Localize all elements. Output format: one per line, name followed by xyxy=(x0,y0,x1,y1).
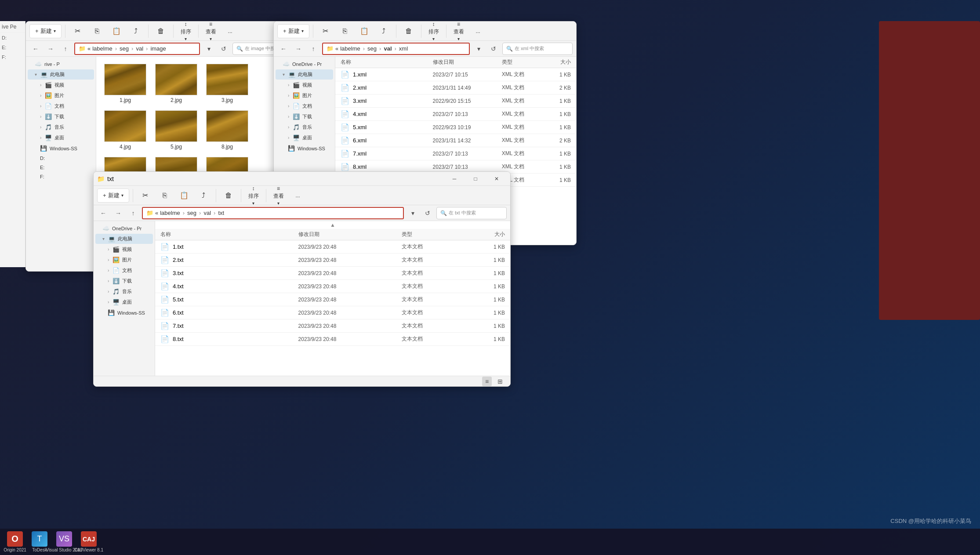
more-btn-xml[interactable]: ... xyxy=(469,26,487,36)
taskbar-icon-caj[interactable]: CAJ CAJViewer 8.1 xyxy=(78,531,99,552)
maximize-btn-txt[interactable]: □ xyxy=(465,172,486,186)
table-row[interactable]: 📄 6.xml 2023/1/31 14:32 XML 文档 2 KB xyxy=(335,134,576,147)
sidebar-item-winss-image[interactable]: 💾 Windows-SS xyxy=(28,143,94,153)
copy-btn-txt[interactable]: ⎘ xyxy=(156,190,174,201)
sidebar-item-doc-image[interactable]: › 📄 文档 xyxy=(28,101,94,111)
sidebar-item-dl-xml[interactable]: › ⬇️ 下载 xyxy=(276,112,333,122)
table-row[interactable]: 📄 8.txt 2023/9/23 20:48 文本文档 1 KB xyxy=(155,333,510,346)
sidebar-item-desktop-xml[interactable]: › 🖥️ 桌面 xyxy=(276,133,333,143)
sidebar-item-video-image[interactable]: › 🎬 视频 xyxy=(28,80,94,90)
table-row[interactable]: 📄 7.txt 2023/9/23 20:48 文本文档 1 KB xyxy=(155,319,510,333)
list-item[interactable]: 1.jpg xyxy=(103,64,147,103)
xml-col-date[interactable]: 修改日期 xyxy=(433,58,502,66)
xml-col-size[interactable]: 大小 xyxy=(548,58,571,66)
sidebar-item-music-txt[interactable]: › 🎵 音乐 xyxy=(95,287,153,297)
cut-btn-image[interactable]: ✂ xyxy=(69,25,87,37)
txt-col-size[interactable]: 大小 xyxy=(471,231,505,238)
back-btn-txt[interactable]: ← xyxy=(97,207,109,219)
back-btn-xml[interactable]: ← xyxy=(277,43,290,55)
forward-btn-txt[interactable]: → xyxy=(112,207,124,219)
sidebar-item-video-txt[interactable]: › 🎬 视频 xyxy=(95,244,153,254)
forward-btn-image[interactable]: → xyxy=(44,43,57,55)
view-btn-xml[interactable]: ≡ 查看 ▾ xyxy=(450,21,468,43)
list-item[interactable]: 8.jpg xyxy=(205,110,249,150)
list-view-btn[interactable]: ≡ xyxy=(482,377,492,386)
table-row[interactable]: 📄 7.xml 2023/2/7 10:13 XML 文档 1 KB xyxy=(335,147,576,160)
xml-search-box[interactable]: 🔍 在 xml 中搜索 xyxy=(502,43,573,55)
sidebar-item-onedrive-xml[interactable]: ☁️ OneDrive - Pr xyxy=(276,59,333,69)
list-item[interactable]: 2.jpg xyxy=(154,64,198,103)
sidebar-item-pic-xml[interactable]: › 🖼️ 图片 xyxy=(276,91,333,101)
paste-btn-image[interactable]: 📋 xyxy=(108,25,125,37)
sidebar-item-f-image[interactable]: F: xyxy=(28,172,94,181)
table-row[interactable]: 📄 3.xml 2022/9/20 15:15 XML 文档 1 KB xyxy=(335,94,576,108)
txt-search-box[interactable]: 🔍 在 txt 中搜索 xyxy=(436,207,507,219)
new-button-xml[interactable]: + 新建 ▾ xyxy=(277,24,309,38)
sidebar-item-desktop-txt[interactable]: › 🖥️ 桌面 xyxy=(95,297,153,307)
table-row[interactable]: 📄 1.txt 2023/9/23 20:48 文本文档 1 KB xyxy=(155,240,510,254)
table-row[interactable]: 📄 6.txt 2023/9/23 20:48 文本文档 1 KB xyxy=(155,306,510,319)
sort-btn-xml[interactable]: ↕ 排序 ▾ xyxy=(425,21,443,43)
sort-btn-txt[interactable]: ↕ 排序 ▾ xyxy=(245,184,262,207)
cut-btn-txt[interactable]: ✂ xyxy=(137,189,154,201)
share-btn-image[interactable]: ⤴ xyxy=(127,25,145,37)
close-btn-txt[interactable]: ✕ xyxy=(486,172,507,186)
path-dropdown-txt[interactable]: ▾ xyxy=(407,207,419,219)
up-btn-image[interactable]: ↑ xyxy=(59,43,72,55)
back-btn-image[interactable]: ← xyxy=(29,43,42,55)
sidebar-item-pic-image[interactable]: › 🖼️ 图片 xyxy=(28,91,94,101)
table-row[interactable]: 📄 4.txt 2023/9/23 20:48 文本文档 1 KB xyxy=(155,280,510,293)
sidebar-item-video-xml[interactable]: › 🎬 视频 xyxy=(276,80,333,90)
minimize-btn-txt[interactable]: ─ xyxy=(444,172,465,186)
view-btn-txt[interactable]: ≡ 查看 ▾ xyxy=(270,184,287,207)
table-row[interactable]: 📄 4.xml 2023/2/7 10:13 XML 文档 1 KB xyxy=(335,108,576,121)
sidebar-item-pic-txt[interactable]: › 🖼️ 图片 xyxy=(95,255,153,265)
sort-btn-image[interactable]: ↕ 排序 ▾ xyxy=(177,21,195,43)
taskbar-icon-vs[interactable]: VS Visual Studio 2019 xyxy=(54,531,75,552)
sidebar-item-onedrive-image[interactable]: ☁️ rive - P xyxy=(28,59,94,69)
up-btn-xml[interactable]: ↑ xyxy=(307,43,319,55)
refresh-btn-txt[interactable]: ↺ xyxy=(421,207,434,219)
sidebar-item-thispc-txt[interactable]: ▾ 💻 此电脑 xyxy=(95,234,153,244)
sidebar-item-winss-txt[interactable]: 💾 Windows-SS xyxy=(95,308,153,318)
xml-address-path[interactable]: 📁 « labelme › seg › val › xml xyxy=(322,43,470,55)
refresh-btn-image[interactable]: ↺ xyxy=(218,43,230,55)
txt-address-path[interactable]: 📁 « labelme › seg › val › txt xyxy=(142,207,404,219)
sidebar-item-dl-image[interactable]: › ⬇️ 下载 xyxy=(28,112,94,122)
image-address-path[interactable]: 📁 « labelme › seg › val › image xyxy=(74,43,200,55)
refresh-btn-xml[interactable]: ↺ xyxy=(487,43,500,55)
sidebar-item-e-image[interactable]: E: xyxy=(28,163,94,172)
list-item[interactable]: 5.jpg xyxy=(154,110,198,150)
up-btn-txt[interactable]: ↑ xyxy=(127,207,139,219)
table-row[interactable]: 📄 3.txt 2023/9/23 20:48 文本文档 1 KB xyxy=(155,267,510,280)
share-btn-xml[interactable]: ⤴ xyxy=(375,25,392,37)
taskbar-icon-origin[interactable]: O Origin 2021 xyxy=(4,531,25,552)
sidebar-item-thispc-image[interactable]: ▾ 💻 此电脑 xyxy=(28,69,94,80)
share-btn-txt[interactable]: ⤴ xyxy=(195,190,212,201)
cut-btn-xml[interactable]: ✂ xyxy=(317,25,334,37)
path-dropdown-xml[interactable]: ▾ xyxy=(472,43,485,55)
path-dropdown-image[interactable]: ▾ xyxy=(203,43,215,55)
sidebar-item-music-image[interactable]: › 🎵 音乐 xyxy=(28,122,94,132)
xml-col-name[interactable]: 名称 xyxy=(341,58,433,66)
new-button-txt[interactable]: + 新建 ▾ xyxy=(97,189,129,203)
sidebar-item-music-xml[interactable]: › 🎵 音乐 xyxy=(276,122,333,132)
delete-btn-xml[interactable]: 🗑 xyxy=(400,25,417,37)
more-btn-txt[interactable]: ... xyxy=(289,191,307,200)
copy-btn-xml[interactable]: ⎘ xyxy=(336,25,354,37)
delete-btn-txt[interactable]: 🗑 xyxy=(220,190,237,201)
sidebar-item-dl-txt[interactable]: › ⬇️ 下载 xyxy=(95,276,153,286)
copy-btn-image[interactable]: ⎘ xyxy=(88,25,106,37)
list-item[interactable]: 4.jpg xyxy=(103,110,147,150)
more-btn-image[interactable]: ... xyxy=(221,26,239,36)
sidebar-item-d-image[interactable]: D: xyxy=(28,154,94,163)
table-row[interactable]: 📄 2.xml 2023/1/31 14:49 XML 文档 2 KB xyxy=(335,81,576,94)
sidebar-item-thispc-xml[interactable]: ▾ 💻 此电脑 xyxy=(276,69,333,80)
xml-col-type[interactable]: 类型 xyxy=(502,58,548,66)
delete-btn-image[interactable]: 🗑 xyxy=(152,25,170,37)
table-row[interactable]: 📄 5.txt 2023/9/23 20:48 文本文档 1 KB xyxy=(155,293,510,306)
table-row[interactable]: 📄 5.xml 2022/9/23 10:19 XML 文档 1 KB xyxy=(335,121,576,134)
sidebar-item-desktop-image[interactable]: › 🖥️ 桌面 xyxy=(28,133,94,143)
paste-btn-txt[interactable]: 📋 xyxy=(175,189,193,201)
list-item[interactable]: 3.jpg xyxy=(205,64,249,103)
